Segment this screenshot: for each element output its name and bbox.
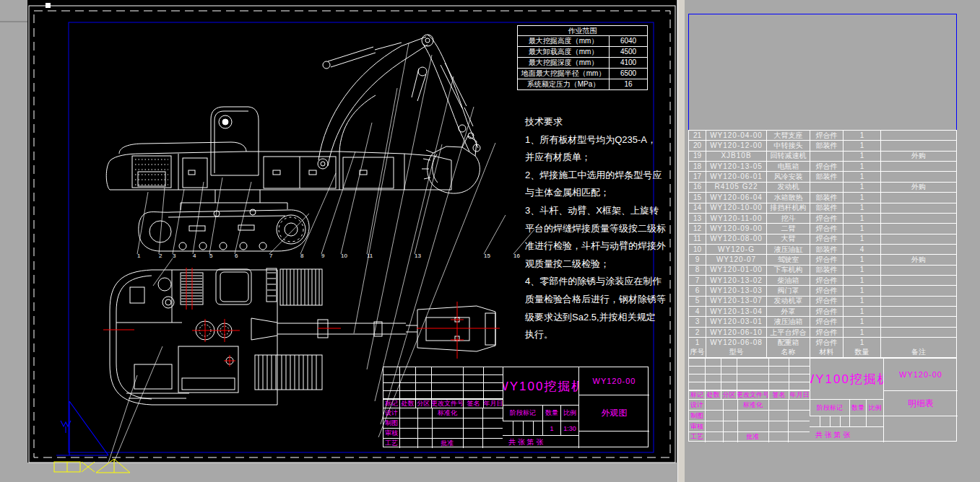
tech-line: 执行。 <box>525 326 667 344</box>
table-row[interactable]: 19 XJB10B 回转减速机 1 外购 <box>689 151 956 161</box>
table-row[interactable]: 11 WY120-08-00 大臂 焊合件 1 <box>689 234 956 244</box>
table-row: 最大卸载高度（mm） 4500 <box>518 47 647 58</box>
part-qty: 1 <box>844 203 881 213</box>
part-remark <box>881 286 956 295</box>
tech-line: 质量检验合格后进行，钢材除锈等 <box>525 291 667 309</box>
tb-stage-mark: 阶段标记 <box>503 405 542 421</box>
part-remark <box>881 328 956 337</box>
table-row[interactable]: 2 WY120-06-10 上平台焊合 焊合件 1 <box>689 327 956 337</box>
tb-draft: 制图 <box>383 419 399 428</box>
part-material: 焊合件 <box>810 162 844 171</box>
revision-grid <box>689 359 810 390</box>
table-row[interactable]: 5 WY120-13-07 发动机罩 焊合件 1 <box>689 296 956 306</box>
part-model: WY120-06-10 <box>706 328 767 337</box>
parts-table: 21 WY120-04-00 大臂支座 焊合件 1 20 WY120-12-00… <box>688 130 957 358</box>
yellow-marks <box>54 459 130 473</box>
part-qty: 1 <box>844 172 881 181</box>
tb-sign: 签名 <box>768 390 789 399</box>
tb-draft: 制图 <box>689 411 705 421</box>
spec-value: 6040 <box>610 36 647 46</box>
spec-value: 4100 <box>610 58 647 68</box>
parts-list-panel[interactable]: 21 WY120-04-00 大臂支座 焊合件 1 20 WY120-12-00… <box>685 0 980 482</box>
table-row[interactable]: 15 WY120-06-04 水箱散热 部装件 1 <box>689 192 956 202</box>
table-row[interactable]: 12 WY120-09-00 二臂 焊合件 1 <box>689 223 956 233</box>
part-name: 二臂 <box>767 224 810 233</box>
part-name: 水箱散热 <box>767 193 810 202</box>
part-qty: 1 <box>844 297 881 306</box>
view-name: 明细表 <box>883 390 958 416</box>
part-seq: 1 <box>689 338 706 347</box>
tb-mark: 标记 <box>383 399 399 408</box>
part-qty: 1 <box>844 338 881 347</box>
header-remark: 备注 <box>881 348 956 357</box>
part-model: R4105 G22 <box>706 183 767 192</box>
part-material: 焊合件 <box>810 317 844 326</box>
empty-cell <box>578 431 649 448</box>
part-model: WY120-11-00 <box>706 214 767 223</box>
table-row[interactable]: 14 WY120-10-00 排挡杆机构 部装件 1 <box>689 203 956 213</box>
part-remark <box>881 317 956 326</box>
tech-line: 技术要求 <box>525 113 667 131</box>
part-balloon: 8 <box>300 253 303 259</box>
part-model: WY120-13-03 <box>706 286 767 295</box>
tech-line: 1、所有板材型号均为Q235-A， <box>525 131 667 149</box>
part-qty: 1 <box>844 162 881 171</box>
part-model: WY120-08-00 <box>706 235 767 244</box>
part-model: WY120-04-00 <box>706 131 767 140</box>
part-material: 焊合件 <box>810 214 844 223</box>
table-row[interactable]: 21 WY120-04-00 大臂支座 焊合件 1 <box>689 131 956 140</box>
part-model: WY120-13-02 <box>706 276 767 285</box>
table-row[interactable]: 18 WY120-13-05 电瓶箱 焊合件 1 <box>689 161 956 171</box>
technical-requirements: 技术要求1、所有板材型号均为Q235-A，并应有材质单；2、焊接施工中选用的焊条… <box>525 113 667 344</box>
table-row[interactable]: 7 WY120-13-02 柴油箱 焊合件 1 <box>689 275 956 285</box>
tech-line: 级要求达到Sa2.5,并按相关规定 <box>525 309 667 327</box>
part-material <box>810 152 844 161</box>
part-name: 排挡杆机构 <box>767 203 810 213</box>
part-remark <box>881 162 956 171</box>
table-row[interactable]: 1 WY120-06-08 配重箱 焊合件 1 <box>689 337 956 347</box>
part-remark: 外购 <box>881 152 956 161</box>
spec-value: 6500 <box>610 69 647 79</box>
table-row[interactable]: 20 WY120-12-00 中转接头 部装件 1 <box>689 140 956 150</box>
table-row[interactable]: 8 WY120-01-00 下车机构 部装件 1 <box>689 265 956 275</box>
stage-cells <box>810 416 849 426</box>
part-remark <box>881 338 956 347</box>
tb-sheet-count: 共 张 第 张 <box>810 426 883 442</box>
tb-stage-mark: 阶段标记 <box>810 399 849 416</box>
window-divider <box>677 0 685 482</box>
table-row[interactable]: 3 WY120-03-01 液压油箱 焊合件 1 <box>689 316 956 326</box>
part-name: 电瓶箱 <box>767 162 810 171</box>
part-name: 发动机罩 <box>767 297 810 306</box>
cad-workspace: 作业范围 最大挖掘高度（mm） 6040 最大卸载高度（mm） 4500 最大挖… <box>0 0 980 482</box>
empty-cell <box>883 416 958 442</box>
part-qty: 1 <box>844 328 881 337</box>
part-name: 驾驶室 <box>767 255 810 264</box>
right-title-block: 标记 处数 分区 更改文件号 签名 年月日 设计 标准化 制图 审核 工艺 批准… <box>688 358 957 442</box>
spec-value: 16 <box>610 79 647 89</box>
tech-line: 并应有材质单； <box>525 149 667 167</box>
part-remark <box>881 224 956 233</box>
part-material: 部装件 <box>810 266 844 275</box>
work-range-title: 作业范围 <box>518 26 647 36</box>
table-row[interactable]: 4 WY120-13-04 外罩 焊合件 1 <box>689 306 956 316</box>
tb-zone: 分区 <box>415 399 431 408</box>
table-row[interactable]: 17 WY120-06-01 风冷安装 部装件 1 <box>689 171 956 181</box>
part-seq: 4 <box>689 307 706 316</box>
spec-value: 4500 <box>610 47 647 57</box>
drawing-title: WY100挖掘机 <box>503 367 578 405</box>
table-row[interactable]: 9 WY120-07 驾驶室 焊合件 1 外购 <box>689 254 956 264</box>
part-seq: 3 <box>689 317 706 326</box>
part-model: WY120-G <box>706 245 767 254</box>
part-qty: 1 <box>844 276 881 285</box>
tech-line: 3、斗杆、动臂、X框架、上旋转 <box>525 202 667 220</box>
table-row[interactable]: 6 WY120-13-03 阀门罩 焊合件 1 <box>689 285 956 295</box>
part-material: 部装件 <box>810 141 844 150</box>
table-row[interactable]: 13 WY120-11-00 挖斗 焊合件 1 <box>689 213 956 223</box>
table-row[interactable]: 16 R4105 G22 发动机 1 外购 <box>689 182 956 192</box>
table-row[interactable]: 10 WY120-G 液压油缸 部装件 4 <box>689 244 956 254</box>
part-remark <box>881 131 956 140</box>
revision-grid <box>383 367 503 399</box>
part-material: 焊合件 <box>810 224 844 233</box>
part-material: 焊合件 <box>810 255 844 264</box>
drawing-canvas[interactable]: 作业范围 最大挖掘高度（mm） 6040 最大卸载高度（mm） 4500 最大挖… <box>0 0 685 482</box>
